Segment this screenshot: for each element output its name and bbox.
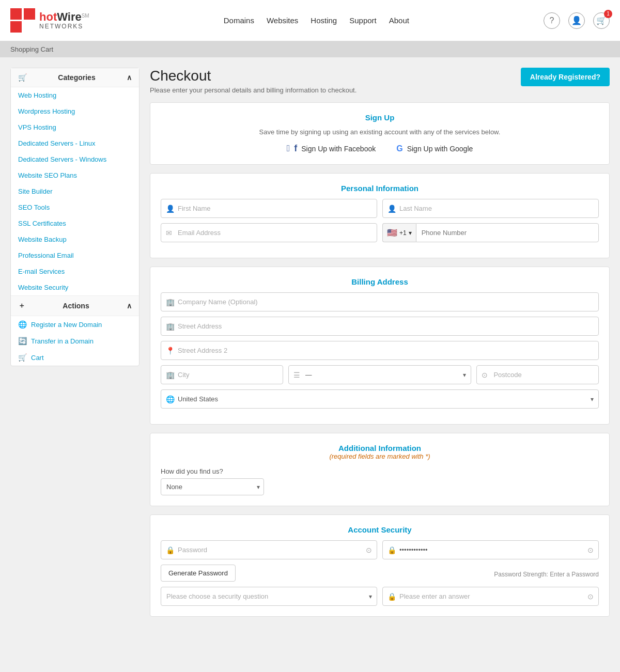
confirm-password-wrap: 🔒 ⊙ xyxy=(382,540,599,559)
first-name-input[interactable] xyxy=(161,199,377,218)
nav-about[interactable]: About xyxy=(389,16,409,25)
company-row: 🏢 xyxy=(161,292,599,311)
street-wrap: 🏢 xyxy=(161,317,599,336)
google-signup-button[interactable]: G Sign Up with Google xyxy=(396,144,473,153)
sidebar-item-pro-email[interactable]: Professional Email xyxy=(11,247,139,263)
phone-prefix-text: +1 xyxy=(399,229,407,237)
logo-sm: SM xyxy=(82,13,89,19)
generate-password-button[interactable]: Generate Password xyxy=(161,565,236,582)
account-security-section: Account Security 🔒 ⊙ 🔒 ⊙ Generate Passwo… xyxy=(150,514,610,617)
how-found-label: How did you find us? xyxy=(161,467,599,475)
sidebar-item-site-builder[interactable]: Site Builder xyxy=(11,183,139,199)
how-found-wrap: None ▾ xyxy=(161,478,264,495)
main-content: Checkout Please enter your personal deta… xyxy=(150,68,610,625)
password-row: 🔒 ⊙ 🔒 ⊙ xyxy=(161,540,599,559)
checkout-title-group: Checkout Please enter your personal deta… xyxy=(150,68,357,94)
sidebar-item-ssl[interactable]: SSL Certificates xyxy=(11,215,139,231)
sidebar-item-website-security[interactable]: Website Security xyxy=(11,279,139,295)
country-globe-icon: 🌐 xyxy=(166,395,175,403)
security-question-select[interactable]: Please choose a security question xyxy=(161,587,377,606)
eye-icon-confirm[interactable]: ⊙ xyxy=(587,546,594,554)
generate-row: Generate Password Password Strength: Ent… xyxy=(161,565,599,582)
logo-networks: NETWORKS xyxy=(39,23,89,30)
company-input[interactable] xyxy=(161,292,599,311)
last-name-input[interactable] xyxy=(382,199,599,218)
categories-icon: 🛒 xyxy=(18,73,27,82)
lock-icon-answer: 🔒 xyxy=(388,592,396,601)
building-icon: 🏢 xyxy=(166,298,175,306)
logo-squares xyxy=(10,8,35,33)
street2-input[interactable] xyxy=(161,341,599,360)
nav-support[interactable]: Support xyxy=(349,16,377,25)
signup-section: Sign Up Save time by signing up using an… xyxy=(150,102,610,165)
country-select[interactable]: United States xyxy=(161,389,599,409)
logo-brand-name: hotWireSM xyxy=(39,11,89,23)
sidebar-item-email-services[interactable]: E-mail Services xyxy=(11,263,139,279)
sidebar-item-cart[interactable]: 🛒 Cart xyxy=(11,349,139,366)
state-icon: ☰ xyxy=(293,371,300,379)
checkout-title: Checkout xyxy=(150,68,357,84)
street-icon: 🏢 xyxy=(166,322,175,331)
email-input[interactable] xyxy=(161,223,377,242)
logo-sq-red-tr xyxy=(24,8,35,20)
facebook-signup-button[interactable]:  f Sign Up with Facebook xyxy=(287,143,376,154)
flag-icon: 🇺🇸 xyxy=(387,228,397,238)
city-input[interactable] xyxy=(161,365,283,384)
confirm-password-input[interactable] xyxy=(382,540,599,559)
first-name-wrap: 👤 xyxy=(161,199,377,218)
how-found-select[interactable]: None xyxy=(161,478,264,495)
postcode-input[interactable] xyxy=(476,365,599,384)
main-nav: Domains Websites Hosting Support About xyxy=(224,16,409,25)
email-phone-row: ✉ 🇺🇸 +1 ▾ xyxy=(161,223,599,242)
main-layout: 🛒 Categories ∧ Web Hosting Wordpress Hos… xyxy=(0,57,620,635)
nav-hosting[interactable]: Hosting xyxy=(311,16,337,25)
google-signup-label: Sign Up with Google xyxy=(407,145,473,153)
security-answer-input[interactable] xyxy=(382,587,599,606)
facebook-icon:  xyxy=(287,143,290,154)
nav-domains[interactable]: Domains xyxy=(224,16,254,25)
already-registered-button[interactable]: Already Registered? xyxy=(521,68,610,86)
sidebar-item-web-hosting[interactable]: Web Hosting xyxy=(11,87,139,103)
sidebar-item-wordpress[interactable]: Wordpress Hosting xyxy=(11,103,139,119)
phone-prefix-selector[interactable]: 🇺🇸 +1 ▾ xyxy=(382,223,416,242)
sidebar-item-transfer-domain[interactable]: 🔄 Transfer in a Domain xyxy=(11,333,139,349)
lock-icon-confirm: 🔒 xyxy=(388,546,396,554)
sidebar-item-seo-plans[interactable]: Website SEO Plans xyxy=(11,167,139,183)
street-row: 🏢 xyxy=(161,317,599,336)
breadcrumb: Shopping Cart xyxy=(0,41,620,57)
sidebar-item-register-domain[interactable]: 🌐 Register a New Domain xyxy=(11,316,139,333)
state-select[interactable]: — xyxy=(288,365,472,384)
register-domain-icon: 🌐 xyxy=(18,320,27,329)
account-icon[interactable]: 👤 xyxy=(568,12,585,29)
sidebar-item-seo-tools[interactable]: SEO Tools xyxy=(11,199,139,215)
actions-chevron[interactable]: ∧ xyxy=(127,302,132,310)
sidebar-item-dedicated-windows[interactable]: Dedicated Servers - Windows xyxy=(11,151,139,167)
street-input[interactable] xyxy=(161,317,599,336)
logo[interactable]: hotWireSM NETWORKS xyxy=(10,8,89,33)
cart-icon[interactable]: 🛒 1 xyxy=(593,12,610,29)
email-wrap: ✉ xyxy=(161,223,377,242)
sidebar-item-backup[interactable]: Website Backup xyxy=(11,231,139,247)
logo-sq-red-bl xyxy=(10,21,22,33)
sidebar-item-vps[interactable]: VPS Hosting xyxy=(11,119,139,135)
eye-icon-password[interactable]: ⊙ xyxy=(366,546,372,554)
cart-sidebar-icon: 🛒 xyxy=(18,353,27,362)
actions-label: Actions xyxy=(63,302,89,310)
social-buttons-row:  f Sign Up with Facebook G Sign Up with… xyxy=(161,143,599,154)
categories-header: 🛒 Categories ∧ xyxy=(11,68,139,87)
eye-icon-answer[interactable]: ⊙ xyxy=(587,592,594,601)
sidebar-item-dedicated-linux[interactable]: Dedicated Servers - Linux xyxy=(11,135,139,151)
last-name-wrap: 👤 xyxy=(382,199,599,218)
additional-section: Additional Information (required fields … xyxy=(150,433,610,506)
phone-input[interactable] xyxy=(416,223,599,242)
help-icon[interactable]: ? xyxy=(544,12,560,29)
checkout-subtitle: Please enter your personal details and b… xyxy=(150,86,357,94)
logo-sq-red-tl xyxy=(10,8,22,20)
lock-icon-password: 🔒 xyxy=(166,546,175,554)
personal-info-title: Personal Information xyxy=(161,184,599,193)
nav-websites[interactable]: Websites xyxy=(267,16,298,25)
categories-chevron[interactable]: ∧ xyxy=(127,73,132,82)
country-wrap: 🌐 United States ▾ xyxy=(161,389,599,409)
password-input[interactable] xyxy=(161,540,377,559)
name-row: 👤 👤 xyxy=(161,199,599,218)
